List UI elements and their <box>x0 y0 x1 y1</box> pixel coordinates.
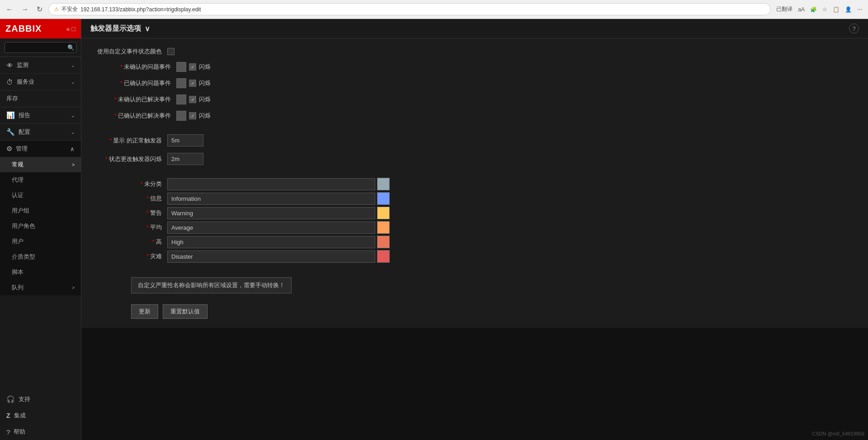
nav-item-report[interactable]: 📊 报告 ⌄ <box>0 107 81 123</box>
unconfirmed-resolved-blink-label: 闪烁 <box>199 95 211 104</box>
confirmed-problem-blink-label: 闪烁 <box>199 79 211 87</box>
custom-color-label: 使用自定义事件状态颜色 <box>95 47 167 56</box>
severity-color-high[interactable] <box>377 236 390 248</box>
nav-item-inventory[interactable]: 库存 <box>0 90 81 107</box>
nav-item-support[interactable]: 🎧 支持 <box>0 391 81 407</box>
help-button[interactable]: ? <box>849 24 859 33</box>
severity-color-disaster[interactable] <box>377 250 390 263</box>
unconfirmed-problem-color[interactable] <box>176 62 186 72</box>
favorites-icon[interactable]: ☆ <box>821 5 829 14</box>
nav-label-management: 管理 <box>16 145 28 153</box>
more-icon[interactable]: ⋯ <box>855 5 864 14</box>
nav-item-service[interactable]: ⏱ 服务业 ⌄ <box>0 74 81 90</box>
action-buttons: 更新 重置默认值 <box>131 304 854 319</box>
severity-input-high[interactable] <box>167 236 375 248</box>
watermark: CSDN @m0_64919856 <box>812 431 864 436</box>
sidebar-logo: ZABBIX « □ <box>0 19 81 38</box>
custom-color-checkbox[interactable] <box>167 48 175 55</box>
submenu-label-userrole: 用户角色 <box>12 222 35 229</box>
sidebar-item-mediatype[interactable]: 介质类型 <box>0 249 81 265</box>
submenu-label-user: 用户 <box>12 238 24 245</box>
severity-label-information: 信息 <box>131 194 167 203</box>
nav-report: 📊 报告 ⌄ <box>0 107 81 124</box>
severity-color-not-classified[interactable] <box>377 178 390 190</box>
confirmed-resolved-checkbox[interactable]: ✓ <box>189 112 196 119</box>
support-icon: 🎧 <box>6 395 15 403</box>
sidebar-item-normal[interactable]: 常规 > <box>0 157 81 172</box>
collections-icon[interactable]: 📋 <box>831 5 841 14</box>
submenu-label-script: 脚本 <box>12 269 24 275</box>
forward-button[interactable]: → <box>19 5 31 14</box>
nav-item-config[interactable]: 🔧 配置 ⌄ <box>0 124 81 140</box>
confirmed-problem-color[interactable] <box>176 78 186 88</box>
update-button[interactable]: 更新 <box>131 304 158 319</box>
severity-color-warning[interactable] <box>377 207 390 219</box>
nav-item-integration[interactable]: Z 集成 <box>0 407 81 424</box>
severity-input-average[interactable] <box>167 222 375 234</box>
severity-color-average[interactable] <box>377 221 390 234</box>
search-input[interactable] <box>5 42 76 53</box>
unconfirmed-resolved-color[interactable] <box>176 95 186 104</box>
severity-input-warning[interactable] <box>167 207 375 219</box>
normal-trigger-input[interactable] <box>167 134 203 147</box>
notice-container: 自定义严重性名称会影响所有区域设置，需要手动转换！ <box>95 271 854 300</box>
severity-input-not-classified[interactable] <box>167 178 375 190</box>
collapse-left-icon[interactable]: « <box>66 25 70 33</box>
unconfirmed-resolved-label: 未确认的已解决事件 <box>104 95 176 104</box>
severity-input-information[interactable] <box>167 193 375 205</box>
sidebar-item-userrole[interactable]: 用户角色 <box>0 218 81 234</box>
search-box-container: 🔍 <box>0 38 81 57</box>
reset-button[interactable]: 重置默认值 <box>163 304 208 319</box>
report-icon: 📊 <box>6 111 15 119</box>
extensions-icon[interactable]: 🧩 <box>808 5 819 14</box>
back-button[interactable]: ← <box>4 5 15 14</box>
nav-label-report: 报告 <box>19 111 30 119</box>
nav-item-help[interactable]: ? 帮助 <box>0 424 81 440</box>
unconfirmed-problem-checkbox[interactable]: ✓ <box>189 63 196 71</box>
security-label: 不安全 <box>61 5 78 13</box>
submenu-label-usergroup: 用户组 <box>12 207 29 214</box>
translated-label[interactable]: 已翻译 <box>774 5 794 14</box>
sidebar-item-script[interactable]: 脚本 <box>0 265 81 280</box>
nav-item-monitor[interactable]: 👁 监测 ⌄ <box>0 57 81 73</box>
translate-btn[interactable]: аА <box>796 5 807 14</box>
nav-item-management[interactable]: ⚙ 管理 ∧ <box>0 141 81 157</box>
bottom-nav: 🎧 支持 Z 集成 ? 帮助 <box>0 391 81 440</box>
management-arrow: ∧ <box>70 146 75 152</box>
unconfirmed-resolved-row: 未确认的已解决事件 ✓ 闪烁 <box>104 95 854 104</box>
severity-input-disaster[interactable] <box>167 251 375 263</box>
sidebar-item-agent[interactable]: 代理 <box>0 172 81 188</box>
confirmed-resolved-color[interactable] <box>176 111 186 121</box>
blink-trigger-input[interactable] <box>167 153 203 165</box>
sidebar-item-user[interactable]: 用户 <box>0 234 81 249</box>
refresh-button[interactable]: ↻ <box>34 4 45 14</box>
management-section: ⚙ 管理 ∧ 常规 > 代理 认证 用户组 用户角色 用户 <box>0 141 81 295</box>
nav-label-monitor: 监测 <box>17 61 28 69</box>
search-icon[interactable]: 🔍 <box>67 44 75 51</box>
blink-trigger-label: 状态更改触发器闪烁 <box>95 155 167 163</box>
nav-service: ⏱ 服务业 ⌄ <box>0 74 81 90</box>
sidebar: ZABBIX « □ 🔍 👁 监测 ⌄ ⏱ 服务业 ⌄ <box>0 19 81 440</box>
page-title-container[interactable]: 触发器显示选项 ∨ <box>90 24 150 33</box>
unconfirmed-resolved-checkbox[interactable]: ✓ <box>189 96 196 103</box>
sidebar-item-usergroup[interactable]: 用户组 <box>0 203 81 218</box>
expand-icon[interactable]: □ <box>72 25 75 33</box>
sidebar-item-queue[interactable]: 队列 > <box>0 280 81 295</box>
profile-icon[interactable]: 👤 <box>843 5 854 14</box>
severity-color-information[interactable] <box>377 192 390 205</box>
service-arrow: ⌄ <box>71 80 75 85</box>
sidebar-item-auth[interactable]: 认证 <box>0 188 81 203</box>
severity-container: 未分类 信息 警告 平均 <box>131 178 854 263</box>
confirmed-problem-checkbox[interactable]: ✓ <box>189 80 196 87</box>
address-bar[interactable]: ⚠ 不安全 192.168.17.133/zabbix.php?action=t… <box>48 3 771 15</box>
nav-label-support: 支持 <box>19 395 30 403</box>
monitor-icon: 👁 <box>6 62 13 69</box>
severity-row-information: 信息 <box>131 192 854 205</box>
confirmed-resolved-checkbox-group: ✓ 闪烁 <box>176 111 211 121</box>
report-arrow: ⌄ <box>71 113 75 118</box>
collapse-buttons[interactable]: « □ <box>66 25 75 33</box>
page-title-arrow: ∨ <box>145 24 150 33</box>
unconfirmed-problem-blink-label: 闪烁 <box>199 63 211 71</box>
nav-monitor: 👁 监测 ⌄ <box>0 57 81 74</box>
browser-actions: 已翻译 аА 🧩 ☆ 📋 👤 ⋯ <box>774 5 864 14</box>
